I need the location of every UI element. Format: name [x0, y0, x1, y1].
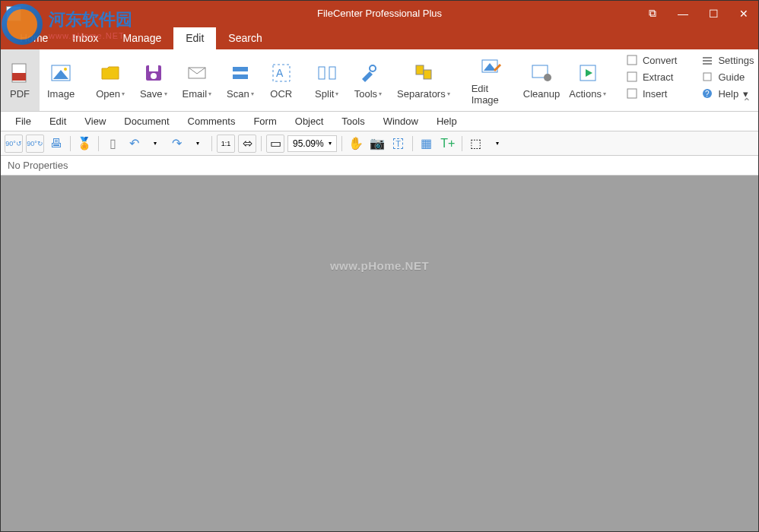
camera-icon: 📷: [370, 136, 385, 150]
scan-icon: [228, 61, 252, 85]
close-button[interactable]: ✕: [729, 0, 759, 27]
insert-icon: [626, 87, 638, 100]
zoom-input[interactable]: 95.09% ▾: [287, 135, 337, 152]
convert-button[interactable]: Convert: [623, 52, 681, 68]
cleanup-button[interactable]: Cleanup: [519, 49, 565, 111]
watermark-text: www.pHome.NET: [330, 259, 429, 272]
actions-icon: [576, 61, 600, 85]
undo-button[interactable]: ↶: [125, 135, 143, 153]
chevron-down-icon: ▾: [196, 140, 199, 147]
menu-window[interactable]: Window: [374, 112, 427, 130]
fit-width-button[interactable]: ⬄: [238, 135, 256, 153]
guide-button[interactable]: Guide: [698, 69, 757, 84]
form-tool-button[interactable]: ▦: [418, 135, 436, 153]
restore-icon[interactable]: ⧉: [637, 0, 668, 27]
svg-rect-26: [627, 89, 637, 98]
redo-icon: ↷: [172, 136, 182, 150]
pdf-button[interactable]: PDF: [0, 49, 40, 111]
tab-search[interactable]: Search: [216, 27, 274, 49]
tab-home[interactable]: Home: [8, 27, 60, 49]
menu-tools[interactable]: Tools: [332, 112, 373, 130]
ocr-button[interactable]: A OCR: [262, 49, 301, 111]
redo-button[interactable]: ↷: [167, 135, 186, 153]
menu-file[interactable]: File: [6, 112, 40, 130]
hand-button[interactable]: ✋: [347, 135, 365, 153]
email-icon: [185, 61, 209, 85]
image-icon: [49, 61, 73, 85]
snapshot-button[interactable]: 📷: [368, 135, 386, 153]
menu-comments[interactable]: Comments: [179, 112, 245, 130]
undo-icon: ↶: [129, 136, 139, 150]
chevron-down-icon: ▾: [335, 90, 338, 97]
split-label: Split: [315, 88, 334, 100]
tools-label: Tools: [354, 88, 377, 100]
separators-button[interactable]: Separators▾: [389, 49, 458, 111]
extract-button[interactable]: Extract: [623, 69, 681, 84]
fit-page-button[interactable]: 1:1: [217, 135, 235, 153]
image-button[interactable]: Image: [40, 49, 82, 111]
text-add-icon: T+: [440, 137, 455, 150]
pdf-label: PDF: [10, 88, 30, 100]
chevron-down-icon: ▾: [154, 140, 157, 147]
select-button[interactable]: ⬚: [467, 135, 485, 153]
chevron-down-icon: ▾: [164, 90, 167, 97]
pdf-icon: [8, 61, 32, 85]
svg-rect-25: [627, 72, 637, 81]
menu-edit[interactable]: Edit: [40, 112, 75, 130]
menu-document[interactable]: Document: [115, 112, 178, 130]
insert-button[interactable]: Insert: [623, 86, 681, 101]
page-button[interactable]: ▯: [103, 135, 122, 153]
rotate-left-button[interactable]: 90°↺: [5, 135, 23, 153]
minimize-button[interactable]: —: [668, 0, 698, 27]
text-add-button[interactable]: T+: [439, 135, 457, 153]
convert-label: Convert: [643, 55, 678, 66]
cursor-icon: ⬚: [470, 136, 481, 150]
text-select-button[interactable]: T: [389, 135, 408, 153]
fit-width-icon: ⬄: [243, 136, 252, 150]
rotate-right-icon: 90°↻: [27, 140, 43, 147]
tab-manage[interactable]: Manage: [111, 27, 174, 49]
menu-form[interactable]: Form: [244, 112, 285, 130]
window-title: FileCenter Professional Plus: [317, 8, 442, 19]
edit-image-button[interactable]: Edit Image: [464, 49, 519, 111]
chevron-down-icon: ▾: [251, 90, 254, 97]
split-button[interactable]: Split▾: [307, 49, 347, 111]
insert-label: Insert: [643, 88, 668, 100]
scan-button[interactable]: Scan▾: [219, 49, 262, 111]
chevron-down-icon: ▾: [329, 140, 332, 147]
ribbon-icon-button[interactable]: 🏅: [75, 135, 94, 153]
separators-label: Separators: [397, 88, 446, 100]
svg-rect-24: [627, 55, 637, 65]
separators-icon: [411, 61, 436, 85]
svg-rect-10: [233, 74, 248, 79]
open-button[interactable]: Open▾: [88, 49, 132, 111]
redo-dropdown[interactable]: ▾: [189, 135, 207, 153]
tab-inbox[interactable]: Inbox: [60, 27, 110, 49]
save-icon: [141, 61, 166, 85]
help-label: Help: [718, 88, 738, 100]
svg-rect-27: [703, 57, 712, 59]
menu-view[interactable]: View: [75, 112, 115, 130]
tools-button[interactable]: Tools▾: [347, 49, 389, 111]
maximize-button[interactable]: ☐: [698, 0, 729, 27]
settings-button[interactable]: Settings: [698, 52, 757, 68]
fit-page-icon: 1:1: [221, 140, 231, 147]
document-area: www.pHome.NET: [0, 176, 759, 532]
save-button[interactable]: Save▾: [132, 49, 175, 111]
badge-icon: 🏅: [77, 136, 92, 150]
undo-dropdown[interactable]: ▾: [146, 135, 164, 153]
menu-object[interactable]: Object: [286, 112, 333, 130]
menu-help[interactable]: Help: [427, 112, 466, 130]
actual-size-button[interactable]: ▭: [266, 135, 284, 153]
select-dropdown[interactable]: ▾: [488, 135, 507, 153]
email-button[interactable]: Email▾: [175, 49, 220, 111]
tab-edit[interactable]: Edit: [173, 27, 216, 49]
svg-point-15: [370, 65, 376, 71]
collapse-ribbon-button[interactable]: ⌃: [742, 96, 751, 108]
rotate-right-button[interactable]: 90°↻: [26, 135, 44, 153]
print-icon: 🖶: [50, 137, 62, 150]
svg-point-4: [64, 68, 67, 71]
actions-button[interactable]: Actions▾: [564, 49, 611, 111]
page-icon: ▯: [110, 136, 116, 150]
print-button[interactable]: 🖶: [47, 135, 65, 153]
